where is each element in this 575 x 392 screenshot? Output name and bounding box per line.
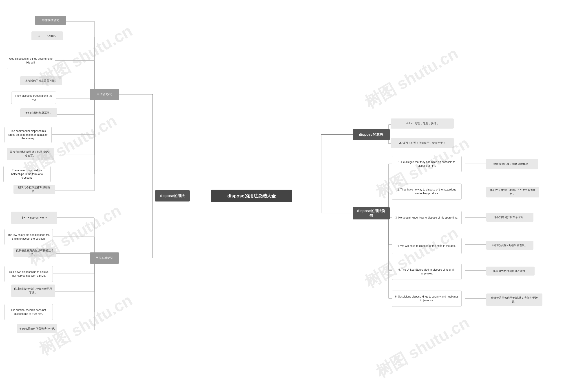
node-ex6-en: 6. Suspicions dispose kings to tyranny a…: [392, 291, 462, 307]
node-ex5-zh: 美国努力把过剩粮食处理掉。: [486, 267, 535, 276]
node-example-commander: The commander disposed his forces so as …: [4, 127, 52, 143]
node-meaning1: vt.& vi. 处理，处置；安排；: [391, 118, 454, 129]
node-example-admiral: The admiral disposed his battleships in …: [3, 166, 50, 182]
node-meaning2: vt. 排列；布置；使倾向于，使有意于；: [391, 138, 454, 148]
node-ex6-zh: 猜疑使君王倾向于专制,使丈夫倾向于妒忌。: [486, 293, 542, 306]
node-ex4-en: 4. We will have to dispose of the mice i…: [392, 238, 462, 254]
node-ex3-en: 3. He doesn't know how to dispose of his…: [392, 211, 462, 224]
node-example-news: Your news disposes us to believe that Ha…: [4, 266, 53, 282]
node-ex4-zh: 我们必须消灭阁楼里的老鼠。: [486, 241, 533, 250]
node-example-god: God disposes all things according to His…: [7, 53, 55, 69]
left-main-node: dispose的用法: [155, 190, 190, 201]
node-examples: dispose的用法例句: [353, 207, 390, 219]
node-translate-admiral: 舰队司令把战舰排列成新月形。: [13, 185, 55, 194]
node-meaning: dispose的意思: [353, 129, 390, 140]
node-example-troops: They disposed troops along the river.: [11, 91, 56, 104]
node-translate-criminal: 他的犯罪前科使我无法信任他: [17, 324, 57, 333]
node-transitive: 用作及物动词: [35, 16, 66, 25]
node-verb: 用作动词(v.): [90, 89, 119, 100]
watermark-8: 树图 shutu.cn: [372, 312, 473, 383]
node-translate-god: 上帝以他的旨意置置万物。: [20, 76, 62, 85]
node-ex3-zh: 他不知如何打发空余时间。: [486, 213, 533, 222]
node-ex1-zh: 他宣称他已雇了刺客来除掉他。: [486, 159, 538, 169]
watermark-7: 树图 shutu.cn: [361, 222, 462, 293]
node-pattern2: S+～+ n./pron. +to- v: [11, 212, 57, 224]
node-example-criminal: His criminal records does not dispose me…: [4, 304, 53, 320]
node-ex2-en: 2. They have no way to dispose of the ha…: [392, 184, 462, 200]
node-ex2-zh: 他们没有办法处理掉自己产生的有害废料。: [486, 187, 539, 197]
watermark-5: 树图 shutu.cn: [361, 43, 462, 113]
node-example-salary: The low salary did not disposed Mr. Smit…: [4, 229, 53, 245]
node-ex1-en: 1. He alleged that they had hired an ass…: [392, 156, 462, 172]
node-translate-commander: 司令官对他的部队做了部署以便进攻敌军。: [7, 148, 54, 160]
node-pattern1: S+～+ n./pron.: [31, 31, 63, 40]
node-causative: 用作宾补动词: [90, 252, 119, 264]
center-node: dispose的用法总结大全: [211, 190, 292, 202]
node-ex5-en: 5. The United States tried to dispose of…: [392, 264, 462, 280]
node-translate-news: 你讲的消息使我们相信,哈维已得了奖。: [11, 284, 55, 297]
node-translate-salary: 低薪使史密斯先生没有接受这个位子。: [13, 248, 56, 257]
node-translate-troops: 他们沿着河部署军队。: [20, 108, 57, 117]
